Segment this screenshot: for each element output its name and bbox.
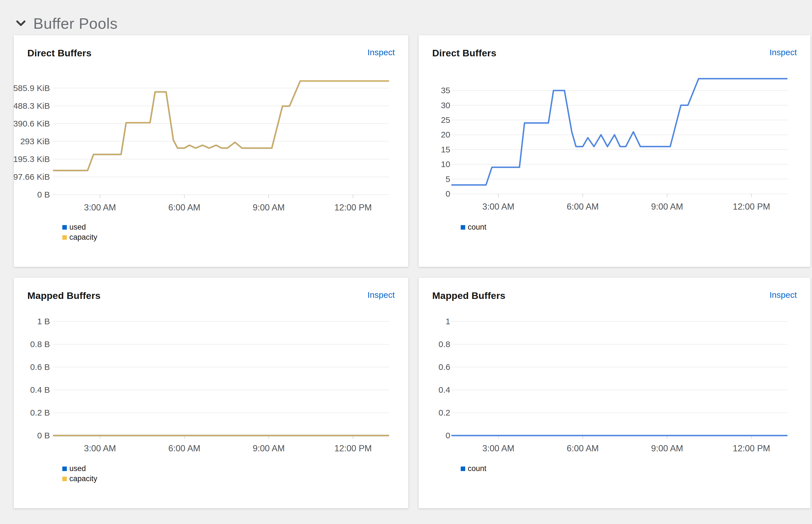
y-axis-tick-label: 1 (445, 317, 450, 326)
card-direct-buffers-count: Direct Buffers Inspect 353025201510503:0… (419, 35, 810, 267)
legend-swatch (62, 466, 67, 471)
x-axis-tick-label: 12:00 PM (733, 443, 770, 453)
y-axis-tick-label: 0.8 (439, 340, 450, 349)
y-axis-tick-label: 293 KiB (20, 137, 50, 146)
y-axis-tick-label: 5 (445, 175, 450, 184)
x-axis-tick-label: 6:00 AM (567, 202, 599, 212)
x-axis-tick-label: 6:00 AM (567, 443, 599, 453)
card-title: Direct Buffers (27, 48, 92, 59)
card-mapped-buffers-count: Mapped Buffers Inspect 10.80.60.40.203:0… (419, 278, 810, 508)
legend-label: used (69, 465, 86, 472)
legend-item-capacity[interactable]: capacity (62, 233, 97, 241)
series-line-used (53, 81, 389, 171)
y-axis-tick-label: 0 (445, 189, 450, 198)
x-axis-tick-label: 3:00 AM (482, 202, 514, 212)
card-title: Mapped Buffers (432, 290, 506, 301)
card-title: Mapped Buffers (27, 290, 101, 301)
legend-item-capacity[interactable]: capacity (62, 475, 97, 482)
y-axis-tick-label: 20 (441, 130, 450, 139)
y-axis-tick-label: 97.66 KiB (14, 172, 50, 181)
x-axis-tick-label: 9:00 AM (651, 202, 683, 212)
y-axis-tick-label: 0.6 B (30, 362, 50, 372)
x-axis-tick-label: 6:00 AM (168, 443, 201, 453)
x-axis-tick-label: 12:00 PM (733, 202, 770, 212)
section-toggle-buffer-pools[interactable]: Buffer Pools (16, 15, 117, 32)
y-axis-tick-label: 0 (445, 431, 450, 440)
chart-legend: usedcapacity (62, 224, 97, 241)
y-axis-tick-label: 0.4 (439, 385, 450, 394)
x-axis-tick-label: 3:00 AM (84, 202, 116, 212)
y-axis-tick-label: 30 (441, 101, 450, 110)
chart-legend: count (461, 224, 487, 231)
legend-swatch (62, 235, 67, 240)
inspect-link[interactable]: Inspect (769, 290, 797, 300)
y-axis-tick-label: 0.2 (439, 408, 450, 417)
legend-label: count (468, 224, 487, 231)
legend-item-used[interactable]: used (62, 224, 97, 231)
series-line-capacity (53, 81, 389, 171)
x-axis-tick-label: 9:00 AM (253, 202, 285, 212)
y-axis-tick-label: 10 (441, 160, 450, 169)
y-axis-tick-label: 0 B (37, 431, 50, 440)
legend-swatch (62, 225, 67, 230)
y-axis-tick-label: 35 (441, 86, 450, 95)
card-direct-buffers-memory: Direct Buffers Inspect 585.9 KiB488.3 Ki… (14, 35, 408, 267)
buffer-pools-dashboard: { "section": { "title": "Buffer Pools" }… (0, 0, 812, 524)
legend-label: count (468, 465, 487, 472)
chart-legend: usedcapacity (62, 465, 97, 482)
section-title: Buffer Pools (33, 15, 117, 32)
card-title: Direct Buffers (432, 48, 496, 59)
y-axis-tick-label: 0.4 B (30, 385, 50, 394)
y-axis-tick-label: 195.3 KiB (14, 154, 50, 164)
y-axis-tick-label: 25 (441, 115, 450, 125)
legend-item-count[interactable]: count (461, 465, 487, 472)
y-axis-tick-label: 1 B (37, 317, 50, 326)
y-axis-tick-label: 488.3 KiB (14, 101, 50, 111)
chart-plot: 353025201510503:00 AM6:00 AM9:00 AM12:00… (419, 35, 810, 267)
y-axis-tick-label: 585.9 KiB (14, 83, 50, 93)
legend-label: capacity (69, 233, 97, 241)
y-axis-tick-label: 390.6 KiB (14, 119, 50, 128)
series-line-count (451, 79, 787, 185)
legend-label: capacity (69, 475, 97, 482)
card-mapped-buffers-memory: Mapped Buffers Inspect 1 B0.8 B0.6 B0.4 … (14, 278, 408, 508)
chart-direct-buffers-memory: 585.9 KiB488.3 KiB390.6 KiB293 KiB195.3 … (14, 35, 408, 267)
inspect-link[interactable]: Inspect (769, 48, 797, 57)
legend-label: used (69, 224, 86, 231)
y-axis-tick-label: 15 (441, 145, 450, 154)
y-axis-tick-label: 0.6 (439, 362, 450, 372)
legend-swatch (461, 225, 465, 230)
chart-legend: count (461, 465, 487, 472)
chevron-down-icon (16, 20, 26, 27)
legend-item-count[interactable]: count (461, 224, 487, 231)
x-axis-tick-label: 9:00 AM (253, 443, 285, 453)
x-axis-tick-label: 6:00 AM (168, 202, 201, 212)
chart-mapped-buffers-count: 10.80.60.40.203:00 AM6:00 AM9:00 AM12:00… (419, 278, 810, 508)
x-axis-tick-label: 9:00 AM (651, 443, 683, 453)
y-axis-tick-label: 0.8 B (30, 340, 50, 349)
inspect-link[interactable]: Inspect (367, 48, 395, 57)
legend-item-used[interactable]: used (62, 465, 97, 472)
chart-mapped-buffers-memory: 1 B0.8 B0.6 B0.4 B0.2 B0 B3:00 AM6:00 AM… (14, 278, 408, 508)
x-axis-tick-label: 12:00 PM (334, 443, 372, 453)
legend-swatch (62, 477, 67, 481)
x-axis-tick-label: 12:00 PM (334, 202, 372, 212)
y-axis-tick-label: 0.2 B (30, 408, 50, 417)
chart-direct-buffers-count: 353025201510503:00 AM6:00 AM9:00 AM12:00… (419, 35, 810, 267)
chart-plot: 10.80.60.40.203:00 AM6:00 AM9:00 AM12:00… (419, 278, 810, 508)
x-axis-tick-label: 3:00 AM (482, 443, 514, 453)
x-axis-tick-label: 3:00 AM (84, 443, 116, 453)
legend-swatch (461, 466, 465, 471)
y-axis-tick-label: 0 B (37, 190, 50, 199)
inspect-link[interactable]: Inspect (367, 290, 395, 300)
